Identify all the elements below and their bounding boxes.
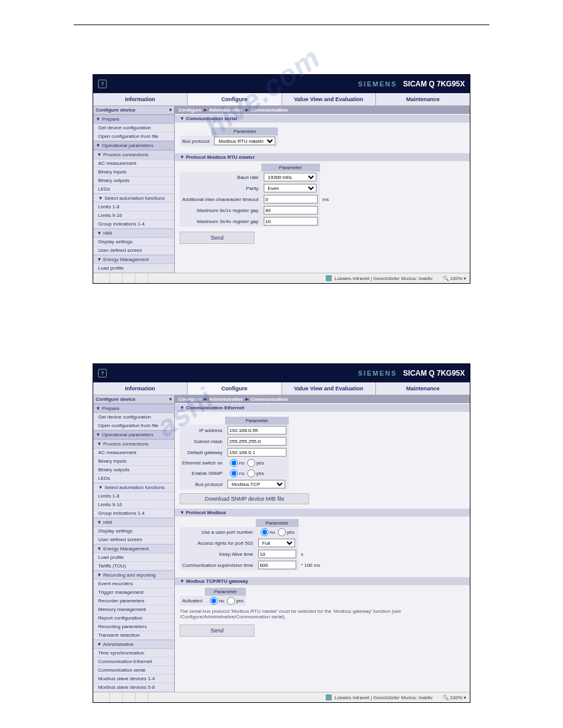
userport-no-radio[interactable] bbox=[261, 528, 269, 536]
sidebar-item-ac[interactable]: AC measurement bbox=[93, 159, 174, 168]
sidebar-item-ac[interactable]: AC measurement bbox=[93, 449, 174, 457]
subnet-input[interactable] bbox=[228, 437, 286, 446]
crumb-configure[interactable]: Configure bbox=[178, 107, 202, 113]
sidebar-item-limits18[interactable]: Limits 1-8 bbox=[93, 203, 174, 211]
sidebar-item-leds[interactable]: LEDs bbox=[93, 474, 174, 483]
tab-maintenance[interactable]: Maintenance bbox=[376, 93, 470, 105]
zoom-control[interactable]: 🔍 100% ▾ bbox=[443, 276, 466, 281]
snmp-no-radio[interactable] bbox=[230, 469, 238, 477]
sidebar-item-recorder-params[interactable]: Recorder parameters bbox=[93, 597, 174, 605]
activated-yes-radio[interactable] bbox=[227, 597, 235, 605]
sidebar-item-group14[interactable]: Group indications 1-4 bbox=[93, 509, 174, 518]
sidebar-item-open-config-file[interactable]: Open configuration from file bbox=[93, 422, 174, 430]
sidebar-subsection-process[interactable]: ▼ Process connections bbox=[93, 150, 174, 159]
sidebar-item-binary-outputs[interactable]: Binary outputs bbox=[93, 176, 174, 185]
sidebar-subsection-energy[interactable]: ▼ Energy Management bbox=[93, 544, 174, 553]
intranet-icon bbox=[326, 694, 332, 700]
activated-no-radio[interactable] bbox=[210, 597, 218, 605]
crumb-configure[interactable]: Configure bbox=[178, 396, 202, 402]
sidebar-subsection-hmi[interactable]: ▼ HMI bbox=[93, 229, 174, 238]
sidebar-item-timesync[interactable]: Time synchronization bbox=[93, 649, 174, 658]
sidebar-subsection-administrative[interactable]: ▼ Administrative bbox=[93, 640, 174, 649]
snmp-yes-radio[interactable] bbox=[247, 469, 255, 477]
sidebar-item-display[interactable]: Display settings bbox=[93, 527, 174, 536]
gap01-input[interactable] bbox=[264, 206, 318, 214]
tab-configure[interactable]: Configure bbox=[188, 382, 282, 395]
sidebar-item-tariffs[interactable]: Tariffs (TOU) bbox=[93, 562, 174, 571]
sidebar-item-recording-params[interactable]: Recording parameters bbox=[93, 623, 174, 631]
gap34-input[interactable] bbox=[264, 217, 318, 226]
sidebar-subsection-automation[interactable]: ▼ Select automation functions bbox=[93, 483, 174, 492]
sidebar-item-limits916[interactable]: Limits 9-16 bbox=[93, 211, 174, 220]
sidebar-item-uds[interactable]: User defined screen bbox=[93, 536, 174, 544]
sidebar-section-operational[interactable]: ▼ Operational parameters bbox=[93, 141, 174, 150]
ip-input[interactable] bbox=[228, 426, 286, 434]
bus-protocol-select[interactable]: Modbus RTU master bbox=[214, 137, 275, 145]
ethsw-no-radio[interactable] bbox=[230, 459, 238, 467]
unit-s: s bbox=[299, 548, 323, 559]
sidebar-item-transient[interactable]: Transient detection bbox=[93, 631, 174, 640]
section-communication-serial[interactable]: ▼ Communication serial bbox=[175, 115, 470, 123]
zoom-control[interactable]: 🔍 100% ▾ bbox=[443, 695, 466, 700]
tab-value-view[interactable]: Value View and Evaluation bbox=[282, 93, 377, 105]
sidebar-subsection-process[interactable]: ▼ Process connections bbox=[93, 439, 174, 449]
sidebar-item-report-config[interactable]: Report configuration bbox=[93, 614, 174, 623]
tab-information[interactable]: Information bbox=[93, 382, 188, 395]
sidebar-item-get-device-config[interactable]: Get device configuration bbox=[93, 124, 174, 132]
download-mib-button[interactable]: Download SNMP device MIB file bbox=[180, 493, 309, 504]
sidebar-item-comm-serial[interactable]: Communication serial bbox=[93, 666, 174, 675]
sidebar-item-limits916[interactable]: Limits 9-16 bbox=[93, 501, 174, 509]
timeout-input[interactable] bbox=[264, 195, 318, 203]
sidebar-item-leds[interactable]: LEDs bbox=[93, 185, 174, 194]
sidebar-item-get-device-config[interactable]: Get device configuration bbox=[93, 413, 174, 422]
sidebar-item-comm-ethernet[interactable]: Communication Ethernet bbox=[93, 658, 174, 666]
section-communication-ethernet[interactable]: ▼ Communication Ethernet bbox=[175, 404, 470, 412]
parity-select[interactable]: Even bbox=[264, 184, 316, 192]
access-select[interactable]: Full bbox=[258, 539, 295, 547]
send-button[interactable]: Send bbox=[180, 624, 255, 637]
gateway-input[interactable] bbox=[228, 448, 286, 457]
crumb-administrative[interactable]: Administrative bbox=[209, 396, 243, 402]
sidebar-item-group14[interactable]: Group indications 1-4 bbox=[93, 220, 174, 229]
tab-configure[interactable]: Configure bbox=[188, 93, 282, 105]
sidebar-subsection-automation[interactable]: ▼ Select automation functions bbox=[93, 194, 174, 203]
help-icon[interactable]: ? bbox=[98, 80, 107, 88]
sidebar-item-trigger-mgmt[interactable]: Trigger management bbox=[93, 588, 174, 597]
sidebar-section-operational[interactable]: ▼ Operational parameters bbox=[93, 430, 174, 439]
sidebar-item-open-config-file[interactable]: Open configuration from file bbox=[93, 132, 174, 141]
sidebar-item-binary-inputs[interactable]: Binary inputs bbox=[93, 168, 174, 176]
sidebar-item-binary-outputs[interactable]: Binary outputs bbox=[93, 466, 174, 474]
send-button[interactable]: Send bbox=[180, 232, 255, 244]
content-area: Configure ► Administrative ► Communicati… bbox=[175, 395, 470, 692]
sidebar-item-modbus-slave-58[interactable]: Modbus slave devices 5-8 bbox=[93, 683, 174, 692]
ethsw-yes-radio[interactable] bbox=[247, 459, 255, 467]
keepalive-input[interactable] bbox=[258, 550, 296, 558]
sidebar-item-limits18[interactable]: Limits 1-8 bbox=[93, 492, 174, 501]
tab-maintenance[interactable]: Maintenance bbox=[376, 382, 470, 395]
tab-information[interactable]: Information bbox=[93, 93, 188, 105]
sidebar-subsection-energy[interactable]: ▼ Energy Management bbox=[93, 255, 174, 264]
sidebar-item-event-recorders[interactable]: Event recorders bbox=[93, 580, 174, 588]
sidebar-item-binary-inputs[interactable]: Binary inputs bbox=[93, 457, 174, 466]
userport-yes-radio[interactable] bbox=[278, 528, 286, 536]
commtime-input[interactable] bbox=[258, 561, 296, 569]
radio-label-yes: yes bbox=[287, 529, 294, 535]
help-icon[interactable]: ? bbox=[98, 369, 107, 377]
crumb-administrative[interactable]: Administrative bbox=[209, 107, 243, 113]
sidebar-section-prepare[interactable]: ▼ Prepare bbox=[93, 404, 174, 413]
bus-protocol-select[interactable]: Modbus TCP bbox=[228, 480, 285, 488]
sidebar-item-uds[interactable]: User defined screen bbox=[93, 246, 174, 255]
sidebar-subsection-hmi[interactable]: ▼ HMI bbox=[93, 518, 174, 527]
sidebar-item-load-profile[interactable]: Load profile bbox=[93, 264, 174, 273]
tab-value-view[interactable]: Value View and Evaluation bbox=[282, 382, 377, 395]
section-protocol-modbus[interactable]: ▼ Protocol Modbus bbox=[175, 509, 470, 517]
section-protocol-modbus-rtu[interactable]: ▼ Protocol Modbus RTU master bbox=[175, 153, 470, 161]
sidebar-item-memory-mgmt[interactable]: Memory management bbox=[93, 605, 174, 614]
sidebar-subsection-recording[interactable]: ▼ Recording and reporting bbox=[93, 571, 174, 580]
sidebar-item-load-profile[interactable]: Load profile bbox=[93, 553, 174, 562]
sidebar-item-modbus-slave-14[interactable]: Modbus slave devices 1-4 bbox=[93, 675, 174, 683]
sidebar-section-prepare[interactable]: ▼ Prepare bbox=[93, 115, 174, 124]
sidebar-item-display[interactable]: Display settings bbox=[93, 238, 174, 246]
section-modbus-gateway[interactable]: ▼ Modbus TCP/RTU gateway bbox=[175, 577, 470, 585]
baud-select[interactable]: 19200 bit/s bbox=[264, 173, 316, 181]
